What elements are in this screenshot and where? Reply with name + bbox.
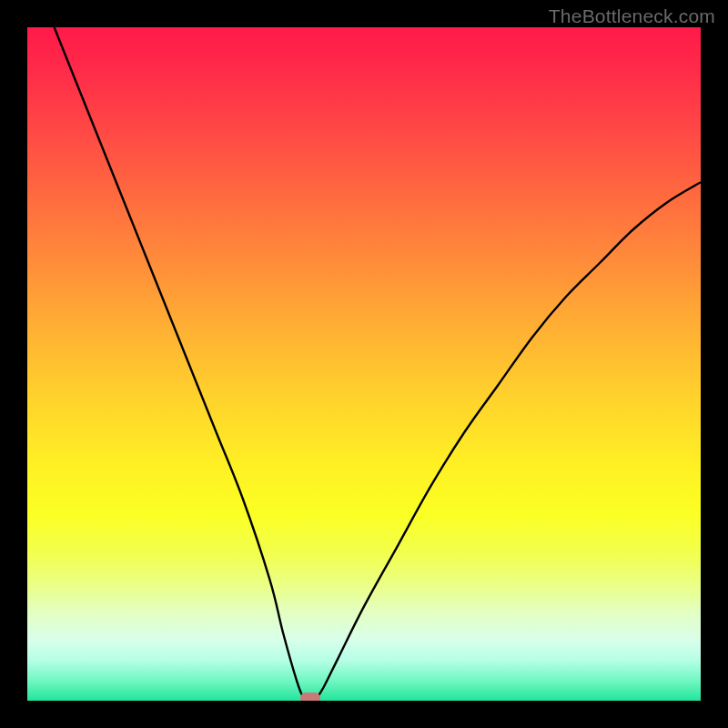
bottleneck-curve [27, 27, 701, 701]
optimal-point-marker [300, 693, 320, 701]
watermark-text: TheBottleneck.com [549, 5, 715, 27]
chart-plot-area [27, 27, 701, 701]
curve-path [55, 27, 701, 701]
